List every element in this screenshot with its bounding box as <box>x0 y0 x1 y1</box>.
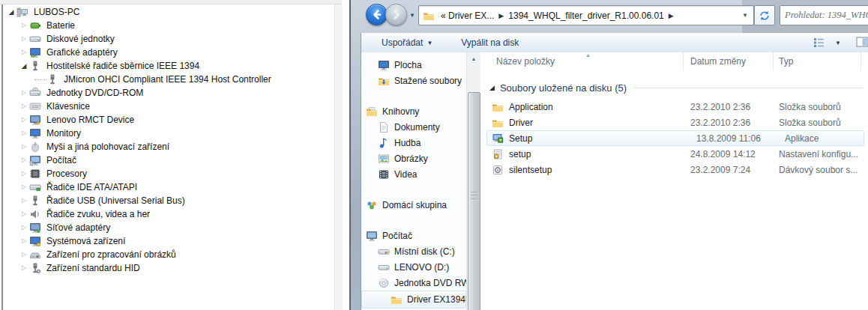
breadcrumb-chevron-icon[interactable]: ▶ <box>497 12 505 19</box>
column-header-type[interactable]: Typ <box>774 52 861 70</box>
file-row-setup[interactable]: setup24.8.2009 14:12Nastavení konfigu... <box>480 146 868 162</box>
sidebar-item-label: Hudba <box>394 138 421 148</box>
history-dropdown-icon[interactable]: ▼ <box>409 12 415 19</box>
expand-icon[interactable]: ▷ <box>19 207 29 221</box>
device-tree-item[interactable]: ▷Diskové jednotky <box>4 32 333 46</box>
sidebar-item-hudba[interactable]: Hudba <box>361 135 466 151</box>
column-header-label: Název položky <box>496 56 555 67</box>
expand-icon[interactable]: ▷ <box>19 167 29 180</box>
sidebar-item-sta-en-soubory[interactable]: Stažené soubory <box>361 73 466 88</box>
expand-icon[interactable]: ▷ <box>19 127 29 140</box>
expand-icon[interactable]: ▷ <box>19 19 29 32</box>
folder-icon <box>492 117 504 129</box>
device-tree-label: Počítač <box>45 155 78 165</box>
battery-icon <box>29 19 41 31</box>
address-dropdown-icon[interactable]: ▼ <box>737 12 753 19</box>
expand-icon[interactable]: ▷ <box>19 234 29 248</box>
device-tree-item[interactable]: ▷Klávesnice <box>4 100 333 113</box>
expand-icon[interactable]: ▷ <box>19 32 29 46</box>
device-manager-scrollbar-track[interactable] <box>334 4 343 310</box>
device-tree-item[interactable]: JMicron OHCI Compliant IEEE 1394 Host Co… <box>4 73 333 86</box>
device-tree-item[interactable]: ▷Řadiče zvuku, videa a her <box>4 207 333 221</box>
device-tree-label: Jednotky DVD/CD-ROM <box>45 88 145 98</box>
chevron-down-icon: ▼ <box>427 40 433 46</box>
file-row-application[interactable]: Application23.2.2010 2:36Složka souborů <box>480 99 868 115</box>
back-button[interactable] <box>366 4 388 25</box>
sidebar-item-jednotka-dvd-rw[interactable]: Jednotka DVD RW <box>361 275 466 291</box>
breadcrumb-item[interactable]: 1394_WHQL_filter_driver_R1.00.06.01 <box>505 10 666 21</box>
device-tree-item[interactable]: ▷Počítač <box>4 154 333 167</box>
device-tree-item[interactable]: ◢Hostitelské řadiče sběrnice IEEE 1394 <box>4 59 333 73</box>
navigation-bar: ▼ « Driver EX... ▶ 1394_WHQL_filter_driv… <box>351 0 868 33</box>
sidebar-item-dokumenty[interactable]: Dokumenty <box>361 119 466 135</box>
forward-button[interactable] <box>385 4 407 25</box>
device-tree-item[interactable]: ▷Síťové adaptéry <box>4 221 333 234</box>
sidebar-item-driver-ex1394u[interactable]: Driver EX1394U <box>361 291 466 309</box>
collapse-icon[interactable]: ◢ <box>19 59 29 73</box>
search-box[interactable] <box>780 5 868 25</box>
device-tree-item[interactable]: ▷Myši a jiná polohovací zařízení <box>4 140 333 154</box>
device-tree-item[interactable]: ▷Jednotky DVD/CD-ROM <box>4 86 333 100</box>
sidebar-item-label: Domácí skupina <box>382 200 447 210</box>
usb-icon <box>29 195 41 207</box>
mouse-icon <box>29 141 41 153</box>
device-tree-item[interactable]: ▷Řadiče IDE ATA/ATAPI <box>4 180 333 194</box>
expand-icon[interactable]: ▷ <box>19 113 29 127</box>
change-view-button[interactable]: ▼ <box>809 37 846 49</box>
expand-icon[interactable]: ▷ <box>19 248 29 261</box>
device-tree-item[interactable]: ▷Baterie <box>4 19 333 32</box>
file-group-header[interactable]: ◢ Soubory uložené na disku (5) <box>480 79 864 96</box>
sidebar-item-lenovo-d-[interactable]: LENOVO (D:) <box>361 259 466 275</box>
expand-icon[interactable]: ▷ <box>19 140 29 154</box>
disk-drive-icon <box>29 33 41 45</box>
expand-icon[interactable]: ▷ <box>19 86 29 100</box>
device-tree-item[interactable]: ◢LUBOS-PC <box>4 5 333 19</box>
device-tree-item[interactable]: ▷Grafické adaptéry <box>4 46 333 59</box>
device-tree-item[interactable]: ▷Řadiče USB (Universal Serial Bus) <box>4 194 333 207</box>
device-tree-item[interactable]: ▷Zařízení standardu HID <box>4 261 333 275</box>
sidebar-item-obr-zky[interactable]: Obrázky <box>361 151 466 166</box>
expand-icon[interactable]: ▷ <box>19 100 29 113</box>
sidebar-item-m-stn-disk-c-[interactable]: Místní disk (C:) <box>361 243 466 259</box>
collapse-icon[interactable]: ◢ <box>6 5 16 19</box>
device-tree-item[interactable]: ▷Monitory <box>4 127 333 140</box>
refresh-button[interactable] <box>754 5 775 25</box>
expand-icon[interactable]: ▷ <box>19 261 29 275</box>
scrollbar-up-button[interactable]: ▲ <box>467 52 480 66</box>
expand-icon[interactable]: ▷ <box>19 154 29 167</box>
sidebar-item-videa[interactable]: Videa <box>361 166 466 182</box>
expand-icon[interactable]: ▷ <box>19 194 29 207</box>
preview-pane-button[interactable] <box>856 36 868 50</box>
breadcrumb-chevron-icon[interactable]: ▶ <box>667 12 675 19</box>
device-tree-item[interactable]: ▷Lenovo RMCT Device <box>4 113 333 127</box>
expand-icon[interactable]: ▷ <box>19 180 29 194</box>
sidebar-item-plocha[interactable]: Plocha <box>361 57 466 73</box>
device-tree-item[interactable]: ▷Zařízení pro zpracování obrázků <box>4 248 333 261</box>
device-tree-item[interactable]: ▷Procesory <box>4 167 333 180</box>
file-date: 13.8.2009 11:06 <box>690 133 780 144</box>
sidebar-item-dom-c-skupina[interactable]: Domácí skupina <box>361 197 466 213</box>
display-adapter-icon <box>29 46 41 58</box>
scrollbar-thumb[interactable] <box>468 92 480 310</box>
expand-icon[interactable]: ▷ <box>19 46 29 59</box>
navigation-pane-scrollbar[interactable]: ▲ <box>466 52 480 310</box>
sidebar-item-label: Knihovny <box>382 106 419 117</box>
device-tree-label: Lenovo RMCT Device <box>45 115 136 125</box>
sidebar-item-po-ta-[interactable]: Počítač <box>361 228 466 243</box>
burn-to-disc-button[interactable]: Vypálit na disk <box>454 34 525 51</box>
group-collapse-icon[interactable]: ◢ <box>489 84 495 91</box>
file-row-silentsetup[interactable]: silentsetup23.2.2009 7:24Dávkový soubor … <box>480 162 868 177</box>
column-header-name[interactable]: Název položky ▲ <box>480 52 684 70</box>
expand-icon[interactable]: ▷ <box>19 221 29 234</box>
device-tree-item[interactable]: ▷Systémová zařízení <box>4 234 333 248</box>
group-divider-line <box>634 88 864 88</box>
organize-button[interactable]: Uspořádat ▼ <box>375 34 439 51</box>
address-bar[interactable]: « Driver EX... ▶ 1394_WHQL_filter_driver… <box>418 5 754 25</box>
file-row-setup[interactable]: Setup13.8.2009 11:06Aplikace <box>486 130 864 146</box>
file-row-driver[interactable]: Driver23.2.2010 2:36Složka souborů <box>480 115 868 130</box>
network-adapter-icon <box>29 222 41 234</box>
column-header-date[interactable]: Datum změny <box>684 52 774 70</box>
sidebar-item-knihovny[interactable]: Knihovny <box>361 103 466 119</box>
search-input[interactable] <box>780 10 868 21</box>
breadcrumb-item[interactable]: « Driver EX... <box>438 10 497 21</box>
